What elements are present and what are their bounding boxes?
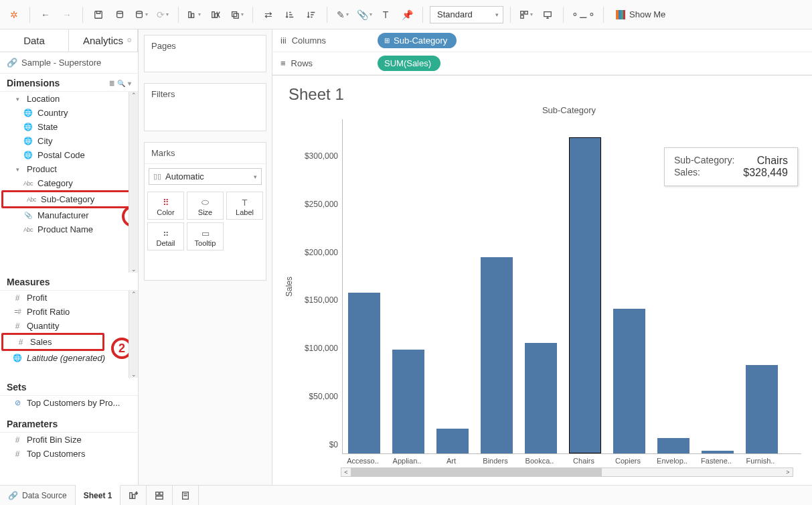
rows-icon: ≡: [280, 58, 286, 68]
xlabel: Applian..: [385, 454, 429, 465]
share-button[interactable]: ⚬⚊⚬: [570, 6, 596, 23]
columns-pill-subcategory[interactable]: ⊞ Sub-Category: [378, 33, 457, 48]
new-datasource-button[interactable]: [111, 6, 129, 23]
dimensions-scrollbar[interactable]: ⌃ ⌄: [129, 92, 138, 273]
xlabel: Furnish..: [738, 454, 783, 465]
measure-sales[interactable]: Sales: [1, 333, 104, 351]
clear-sheet-button[interactable]: [207, 6, 224, 23]
refresh-button[interactable]: ⟳: [154, 6, 171, 23]
scroll-right-button[interactable]: >: [783, 469, 793, 476]
bar-copiers[interactable]: [613, 309, 645, 453]
svg-rect-7: [232, 11, 237, 16]
bar-icon: ▯▯: [153, 172, 161, 181]
bar-envelop[interactable]: [657, 438, 689, 453]
tab-data-source[interactable]: 🔗Data Source: [0, 486, 76, 505]
param-profit-bin-size[interactable]: Profit Bin Size: [0, 433, 138, 447]
mark-type-select[interactable]: ▯▯ Automatic: [149, 168, 262, 185]
measure-quantity[interactable]: Quantity: [0, 319, 138, 333]
dim-state[interactable]: State: [0, 120, 138, 134]
bar-art[interactable]: [436, 429, 469, 453]
highlight-button[interactable]: ✎: [334, 6, 351, 23]
rows-shelf[interactable]: ≡Rows SUM(Sales): [272, 52, 812, 75]
scroll-left-button[interactable]: <: [341, 469, 351, 476]
measure-profit[interactable]: Profit: [0, 291, 138, 305]
bar-fastene[interactable]: [702, 451, 734, 453]
datasource-name: Sample - Superstore: [21, 58, 101, 68]
show-me-button[interactable]: Show Me: [611, 5, 671, 24]
param-top-customers[interactable]: Top Customers: [0, 447, 138, 461]
show-me-label: Show Me: [629, 9, 665, 19]
bar-binders[interactable]: [481, 257, 513, 453]
marks-tooltip-button[interactable]: ▭Tooltip: [187, 222, 224, 250]
rows-pill-sum-sales[interactable]: SUM(Sales): [378, 56, 440, 71]
dim-postal-code[interactable]: Postal Code: [0, 148, 138, 162]
dim-city[interactable]: City: [0, 134, 138, 148]
bar-furnish[interactable]: [746, 365, 778, 453]
bar-applian[interactable]: [392, 350, 424, 453]
columns-shelf[interactable]: iiiColumns ⊞ Sub-Category: [272, 29, 812, 52]
detail-icon: ⠶: [149, 227, 182, 239]
y-axis-label: Sales: [283, 119, 295, 454]
pause-updates-button[interactable]: [133, 6, 150, 23]
show-cards-button[interactable]: [517, 6, 535, 23]
bar-bookca[interactable]: [525, 343, 557, 453]
dim-country[interactable]: Country: [0, 106, 138, 120]
search-icon[interactable]: 🔍: [117, 80, 125, 87]
marks-card: Marks ▯▯ Automatic ⠿Color ⬭Size TLabel ⠶…: [144, 142, 266, 281]
svg-point-1: [117, 11, 123, 13]
dim-sub-category[interactable]: Sub-Category: [1, 190, 137, 208]
tableau-logo-icon[interactable]: ✲: [5, 6, 23, 23]
marks-detail-button[interactable]: ⠶Detail: [147, 222, 184, 250]
xlabel: Art: [429, 454, 473, 465]
tab-sheet-1[interactable]: Sheet 1: [76, 485, 121, 505]
dim-product[interactable]: Product: [0, 162, 138, 176]
pill-label: SUM(Sales): [384, 58, 431, 68]
filters-card[interactable]: Filters: [144, 83, 266, 131]
dim-product-name[interactable]: Product Name: [0, 222, 138, 236]
marks-color-button[interactable]: ⠿Color: [147, 192, 184, 220]
fit-mode-select[interactable]: Standard: [430, 6, 503, 23]
chart-container: Sheet 1 Sub-Category Sales $0$50,000$100…: [272, 76, 812, 485]
pin-button[interactable]: 📌: [398, 6, 416, 23]
datasource-row[interactable]: 🔗 Sample - Superstore: [0, 52, 138, 74]
svg-rect-16: [156, 492, 159, 494]
marks-size-button[interactable]: ⬭Size: [187, 192, 224, 220]
show-labels-button[interactable]: T: [377, 6, 394, 23]
tab-analytics[interactable]: Analytics≎: [69, 29, 138, 52]
bar-chairs[interactable]: [569, 137, 601, 453]
bar-accesso[interactable]: [348, 293, 380, 453]
dim-manufacturer[interactable]: Manufacturer: [0, 208, 138, 222]
new-worksheet-tab[interactable]: +: [120, 486, 147, 505]
svg-rect-0: [95, 11, 102, 18]
sheet-title[interactable]: Sheet 1: [289, 85, 801, 104]
sort-asc-button[interactable]: [281, 6, 299, 23]
measures-scrollbar[interactable]: ⌃ ⌄: [129, 291, 138, 378]
swap-axes-button[interactable]: ⇄: [260, 6, 277, 23]
xlabel: Fastene..: [694, 454, 738, 465]
dim-location[interactable]: Location: [0, 92, 138, 106]
view-as-list-icon[interactable]: ≣: [109, 80, 114, 87]
svg-rect-5: [212, 11, 215, 17]
set-top-customers-by-profit[interactable]: Top Customers by Pro...: [0, 396, 138, 410]
save-button[interactable]: [90, 6, 107, 23]
menu-icon[interactable]: ▾: [128, 80, 131, 87]
svg-point-2: [137, 11, 143, 13]
sort-desc-button[interactable]: [303, 6, 320, 23]
new-dashboard-tab[interactable]: [147, 486, 173, 505]
chart-horizontal-scrollbar[interactable]: < >: [341, 467, 793, 477]
new-story-tab[interactable]: [173, 486, 199, 505]
duplicate-sheet-button[interactable]: [228, 6, 246, 23]
mark-type-value: Automatic: [165, 171, 204, 182]
new-worksheet-button[interactable]: [185, 6, 203, 23]
presentation-mode-button[interactable]: [539, 6, 556, 23]
plot-area[interactable]: Sub-Category:Chairs Sales:$328,449: [342, 119, 801, 454]
dimensions-header: Dimensions ≣🔍▾: [0, 74, 138, 92]
back-button[interactable]: ←: [37, 6, 54, 23]
measure-profit-ratio[interactable]: Profit Ratio: [0, 305, 138, 319]
marks-label-button[interactable]: TLabel: [226, 192, 263, 220]
tab-data[interactable]: Data: [0, 29, 69, 52]
forward-button[interactable]: →: [58, 6, 76, 23]
group-button[interactable]: 📎: [355, 6, 373, 23]
pages-card[interactable]: Pages: [144, 35, 266, 72]
dim-category[interactable]: Category: [0, 176, 138, 190]
